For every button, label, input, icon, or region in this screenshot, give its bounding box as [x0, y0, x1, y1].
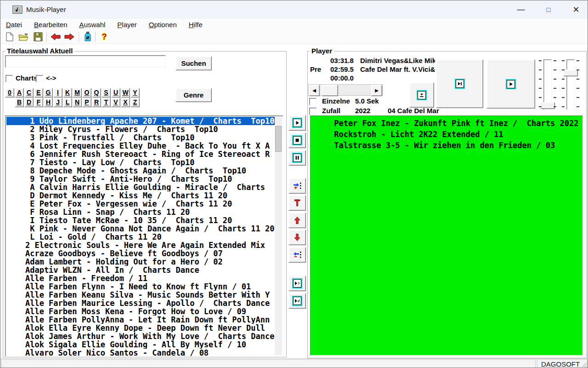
- alpha-button-B[interactable]: B: [15, 98, 24, 107]
- alpha-button-E[interactable]: E: [34, 88, 43, 98]
- alpha-button-W[interactable]: W: [121, 88, 130, 98]
- genre-button[interactable]: Genre: [175, 88, 212, 102]
- menu-optionen[interactable]: Optionen: [149, 21, 177, 29]
- save-button[interactable]: [33, 31, 44, 42]
- add-to-playlist-button[interactable]: [288, 178, 306, 194]
- alpha-button-R[interactable]: R: [92, 98, 101, 107]
- alpha-button-M[interactable]: M: [73, 88, 82, 98]
- song-row[interactable]: 7 Tiesto - Lay Low / Charts Top10: [6, 158, 275, 167]
- move-down-button[interactable]: [288, 230, 306, 245]
- song-row[interactable]: Adam Lambert - Holding Out for a Hero / …: [6, 258, 275, 266]
- song-row[interactable]: A Calvin Harris Ellie Goulding - Miracle…: [6, 183, 275, 191]
- alpha-button-L[interactable]: L: [63, 98, 72, 107]
- song-row[interactable]: K Pink - Never Gonna Not Dance Again / C…: [6, 224, 275, 233]
- alpha-button-C[interactable]: C: [24, 88, 34, 98]
- alpha-button-G[interactable]: G: [44, 88, 53, 98]
- move-up-button[interactable]: [288, 213, 306, 228]
- menu-auswahl[interactable]: Auswahl: [79, 21, 106, 29]
- alpha-button-T[interactable]: T: [102, 98, 111, 107]
- song-row[interactable]: Adaptiv WLZN - All In / Charts Dance: [6, 266, 275, 274]
- song-row[interactable]: Alle Farben Keanu Silva - Music Sounds B…: [6, 291, 275, 299]
- song-row[interactable]: L Loi - Gold / Charts 11 20: [6, 233, 275, 241]
- song-row[interactable]: 3 Pink - Trustfall / Charts Top10: [6, 133, 275, 142]
- scroll-left-button[interactable]: ◀: [309, 85, 320, 96]
- close-button[interactable]: ✕: [565, 0, 587, 19]
- song-row[interactable]: E Peter Fox - Vergessen wie / Charts 11 …: [6, 200, 275, 208]
- menu-player[interactable]: Player: [117, 21, 137, 29]
- song-listbox[interactable]: 1 Udo Lindenberg Apache 207 - Komet / Ch…: [5, 115, 283, 356]
- einzelne-checkbox[interactable]: [309, 98, 317, 105]
- song-row[interactable]: 2 Electronic Souls - Here We Are Again E…: [6, 241, 275, 249]
- song-row[interactable]: 2 Miley Cyrus - Flowers / Charts Top10: [6, 125, 275, 133]
- song-row[interactable]: 4 Lost Frequencies Elley Duhe - Back To …: [6, 142, 275, 150]
- song-row[interactable]: Alle Farben PollyAnna - Let It Rain Down…: [6, 316, 275, 324]
- new-file-button[interactable]: [4, 31, 15, 42]
- stop-button[interactable]: [288, 132, 306, 148]
- alpha-button-P[interactable]: P: [82, 98, 91, 107]
- song-row[interactable]: Alok James Arthur - Work With My Love / …: [6, 332, 275, 340]
- alpha-button-K[interactable]: K: [63, 88, 72, 98]
- minimize-button[interactable]: —: [510, 0, 531, 19]
- alpha-button-F[interactable]: F: [34, 98, 43, 107]
- play-selected-button[interactable]: [288, 293, 306, 309]
- alpha-button-J[interactable]: J: [53, 98, 62, 107]
- position-scrollbar[interactable]: ◀ ▶: [308, 84, 383, 96]
- song-row[interactable]: Alok Sigala Ellie Goulding - All By Myse…: [6, 340, 275, 349]
- alpha-button-D[interactable]: D: [24, 98, 34, 107]
- alpha-button-N[interactable]: N: [73, 98, 82, 107]
- search-input[interactable]: [5, 55, 166, 68]
- menu-datei[interactable]: Datei: [6, 21, 22, 29]
- swap-checkbox[interactable]: [36, 75, 43, 82]
- alpha-button-I[interactable]: I: [53, 88, 62, 98]
- resize-grip[interactable]: [581, 361, 587, 368]
- song-row[interactable]: Acraze Goodboys - Believe ft Goodboys / …: [6, 249, 275, 258]
- alpha-button-V[interactable]: V: [111, 98, 120, 107]
- menu-hilfe[interactable]: Hilfe: [189, 21, 203, 29]
- play-button[interactable]: [288, 115, 306, 131]
- song-row[interactable]: I Tiesto Tate McRae - 10 35 / Charts 11 …: [6, 216, 275, 224]
- song-row[interactable]: Alok Ella Eyre Kenny Dope - Deep Down ft…: [6, 324, 275, 332]
- alpha-button-A[interactable]: A: [15, 88, 24, 98]
- play-main-button[interactable]: [486, 59, 535, 109]
- playlist-box[interactable]: Peter Fox Inez - Zukunft Pink ft Inez / …: [310, 115, 583, 356]
- charts-checkbox[interactable]: [6, 75, 13, 82]
- alpha-button-Y[interactable]: Y: [130, 88, 140, 98]
- alpha-button-O[interactable]: O: [82, 88, 91, 98]
- zufall-checkbox[interactable]: [309, 108, 317, 115]
- song-row[interactable]: Alvaro Soler Nico Santos - Candela / 08: [6, 349, 275, 356]
- song-row[interactable]: 9 Taylor Swift - Anti-Hero / Charts Top1…: [6, 175, 275, 183]
- play-random-button[interactable]: ?: [288, 276, 306, 291]
- song-row[interactable]: 1 Udo Lindenberg Apache 207 - Komet / Ch…: [6, 117, 275, 125]
- alpha-button-0[interactable]: 0: [5, 88, 14, 98]
- position-thumb[interactable]: [322, 85, 338, 96]
- song-row[interactable]: Alle Farben Maurice Lessing - Apollo / C…: [6, 299, 275, 307]
- dock-down-button[interactable]: [409, 82, 434, 108]
- song-row[interactable]: 6 Jennifer Rush Stereoact - Ring of Ice …: [6, 150, 275, 158]
- song-row[interactable]: D Dermot Kennedy - Kiss Me / Charts 11 2…: [6, 191, 275, 200]
- alpha-button-X[interactable]: X: [121, 98, 130, 107]
- next-track-button[interactable]: [436, 59, 483, 108]
- playlist-row[interactable]: Peter Fox Inez - Zukunft Pink ft Inez / …: [311, 118, 582, 129]
- song-row[interactable]: Alle Farben Moss Kena - Forgot How to Lo…: [6, 307, 275, 316]
- alpha-button-U[interactable]: U: [111, 88, 120, 98]
- move-top-button[interactable]: [288, 195, 306, 211]
- search-button[interactable]: Suchen: [175, 56, 212, 70]
- playlist-row[interactable]: Talstrasse 3-5 - Wir ziehen in den Fried…: [311, 140, 582, 151]
- random-bottle-button[interactable]: [82, 31, 93, 42]
- help-button[interactable]: ?: [99, 31, 110, 42]
- scrollbar-thumb[interactable]: [275, 126, 282, 152]
- song-row[interactable]: 8 Depeche Mode - Ghosts Again / Charts T…: [6, 167, 275, 175]
- song-list-scrollbar[interactable]: [275, 117, 282, 355]
- balance-slider-thumb[interactable]: [540, 102, 555, 109]
- alpha-button-S[interactable]: S: [102, 88, 111, 98]
- forward-button[interactable]: [64, 31, 75, 42]
- back-button[interactable]: [50, 31, 61, 42]
- remove-from-playlist-button[interactable]: [288, 247, 306, 263]
- playlist-row[interactable]: Rockstroh - Licht 2K22 Extended / 11: [311, 129, 582, 140]
- open-button[interactable]: [18, 31, 29, 42]
- song-row[interactable]: F Rosa Linn - Snap / Charts 11 20: [6, 208, 275, 216]
- alpha-button-Z[interactable]: Z: [130, 98, 140, 107]
- song-row[interactable]: Alle Farben Flynn - I Need to Know ft Fl…: [6, 282, 275, 291]
- pause-button[interactable]: [288, 150, 306, 166]
- alpha-button-H[interactable]: H: [44, 98, 53, 107]
